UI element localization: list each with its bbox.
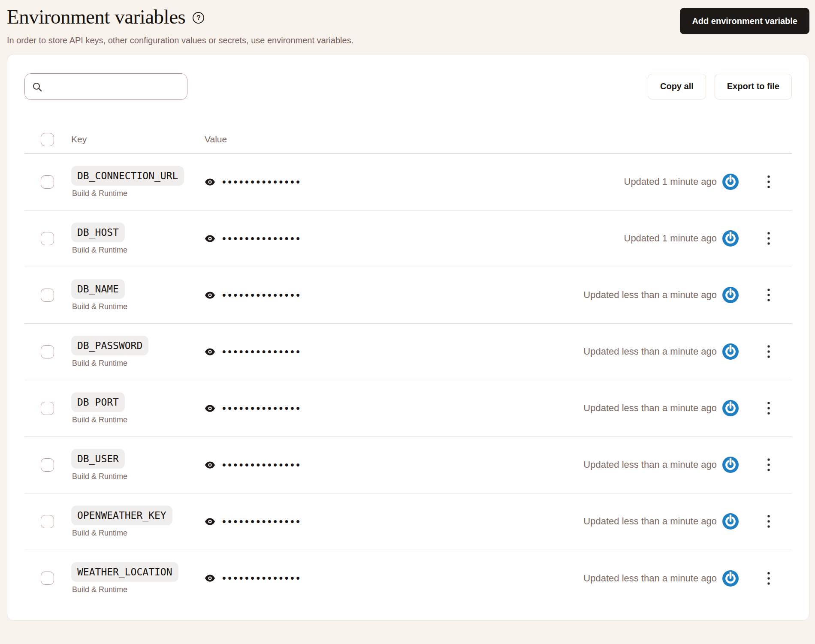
env-var-scope: Build & Runtime <box>72 246 127 255</box>
row-checkbox[interactable] <box>41 289 54 302</box>
row-menu-button[interactable] <box>759 229 778 248</box>
row-menu-button[interactable] <box>759 399 778 418</box>
kebab-menu-icon <box>767 175 770 189</box>
reveal-value-eye-icon[interactable] <box>205 574 215 582</box>
env-var-key: WEATHER_LOCATION <box>71 562 178 582</box>
restart-status-icon <box>722 230 739 247</box>
env-var-scope: Build & Runtime <box>72 415 127 424</box>
table-header: Key Value <box>24 126 792 154</box>
masked-value: •••••••••••••• <box>222 177 302 187</box>
add-environment-variable-button[interactable]: Add environment variable <box>680 8 809 34</box>
table-row: DB_CONNECTION_URL Build & Runtime ••••••… <box>24 154 792 211</box>
table-body: DB_CONNECTION_URL Build & Runtime ••••••… <box>24 154 792 607</box>
masked-value: •••••••••••••• <box>222 403 302 414</box>
row-checkbox[interactable] <box>41 402 54 415</box>
updated-text: Updated less than a minute ago <box>583 516 717 527</box>
reveal-value-eye-icon[interactable] <box>205 178 215 186</box>
export-to-file-button[interactable]: Export to file <box>715 74 792 99</box>
env-var-scope: Build & Runtime <box>72 585 127 594</box>
updated-text: Updated less than a minute ago <box>583 459 717 470</box>
env-var-scope: Build & Runtime <box>72 472 127 481</box>
env-var-key: DB_HOST <box>71 223 125 242</box>
updated-text: Updated less than a minute ago <box>583 289 717 301</box>
updated-text: Updated 1 minute ago <box>624 176 717 187</box>
reveal-value-eye-icon[interactable] <box>205 291 215 299</box>
env-var-key: DB_CONNECTION_URL <box>71 166 184 186</box>
env-var-key: OPENWEATHER_KEY <box>71 506 172 525</box>
row-menu-button[interactable] <box>759 342 778 361</box>
masked-value: •••••••••••••• <box>222 460 302 470</box>
restart-status-icon <box>722 287 739 303</box>
env-var-scope: Build & Runtime <box>72 302 127 311</box>
row-checkbox[interactable] <box>41 515 54 528</box>
toolbar: Copy all Export to file <box>24 73 792 100</box>
reveal-value-eye-icon[interactable] <box>205 404 215 412</box>
row-menu-button[interactable] <box>759 455 778 474</box>
table-row: DB_PASSWORD Build & Runtime ••••••••••••… <box>24 324 792 380</box>
copy-all-button[interactable]: Copy all <box>648 74 706 99</box>
table-row: DB_PORT Build & Runtime •••••••••••••• U… <box>24 380 792 437</box>
restart-status-icon <box>722 343 739 360</box>
kebab-menu-icon <box>767 288 770 302</box>
search-input[interactable] <box>24 73 187 100</box>
select-all-checkbox[interactable] <box>41 133 54 146</box>
row-checkbox[interactable] <box>41 458 54 472</box>
page-header: Environment variables ? In order to stor… <box>0 0 815 45</box>
table-row: WEATHER_LOCATION Build & Runtime •••••••… <box>24 550 792 607</box>
kebab-menu-icon <box>767 401 770 415</box>
row-checkbox[interactable] <box>41 345 54 358</box>
page-title: Environment variables <box>7 6 185 28</box>
row-menu-button[interactable] <box>759 172 778 191</box>
row-menu-button[interactable] <box>759 569 778 588</box>
updated-text: Updated less than a minute ago <box>583 403 717 414</box>
table-row: DB_USER Build & Runtime •••••••••••••• U… <box>24 437 792 494</box>
restart-status-icon <box>722 513 739 530</box>
env-var-scope: Build & Runtime <box>72 529 127 538</box>
reveal-value-eye-icon[interactable] <box>205 348 215 356</box>
kebab-menu-icon <box>767 232 770 245</box>
masked-value: •••••••••••••• <box>222 573 302 584</box>
table-row: DB_HOST Build & Runtime •••••••••••••• U… <box>24 211 792 267</box>
row-checkbox[interactable] <box>41 232 54 245</box>
column-header-key: Key <box>71 134 87 144</box>
env-var-key: DB_PORT <box>71 392 125 412</box>
env-var-key: DB_PASSWORD <box>71 336 148 355</box>
page-subtitle: In order to store API keys, other config… <box>7 36 808 45</box>
updated-text: Updated less than a minute ago <box>583 573 717 584</box>
env-var-key: DB_NAME <box>71 279 125 299</box>
masked-value: •••••••••••••• <box>222 233 302 244</box>
env-var-scope: Build & Runtime <box>72 189 127 198</box>
kebab-menu-icon <box>767 572 770 585</box>
updated-text: Updated less than a minute ago <box>583 346 717 357</box>
reveal-value-eye-icon[interactable] <box>205 461 215 469</box>
table-row: OPENWEATHER_KEY Build & Runtime ••••••••… <box>24 494 792 550</box>
kebab-menu-icon <box>767 458 770 472</box>
masked-value: •••••••••••••• <box>222 290 302 301</box>
row-checkbox[interactable] <box>41 572 54 585</box>
row-checkbox[interactable] <box>41 175 54 189</box>
restart-status-icon <box>722 570 739 587</box>
restart-status-icon <box>722 400 739 416</box>
kebab-menu-icon <box>767 345 770 358</box>
reveal-value-eye-icon[interactable] <box>205 235 215 243</box>
help-icon[interactable]: ? <box>193 12 204 24</box>
table-row: DB_NAME Build & Runtime •••••••••••••• U… <box>24 267 792 324</box>
env-var-scope: Build & Runtime <box>72 359 127 368</box>
restart-status-icon <box>722 174 739 190</box>
row-menu-button[interactable] <box>759 512 778 531</box>
column-header-value: Value <box>205 134 227 144</box>
restart-status-icon <box>722 457 739 473</box>
masked-value: •••••••••••••• <box>222 516 302 527</box>
reveal-value-eye-icon[interactable] <box>205 518 215 526</box>
env-vars-card: Copy all Export to file Key Value DB_CON… <box>7 54 809 621</box>
row-menu-button[interactable] <box>759 286 778 304</box>
updated-text: Updated 1 minute ago <box>624 233 717 244</box>
env-var-key: DB_USER <box>71 449 125 469</box>
kebab-menu-icon <box>767 515 770 528</box>
masked-value: •••••••••••••• <box>222 346 302 357</box>
search-box <box>24 73 187 100</box>
